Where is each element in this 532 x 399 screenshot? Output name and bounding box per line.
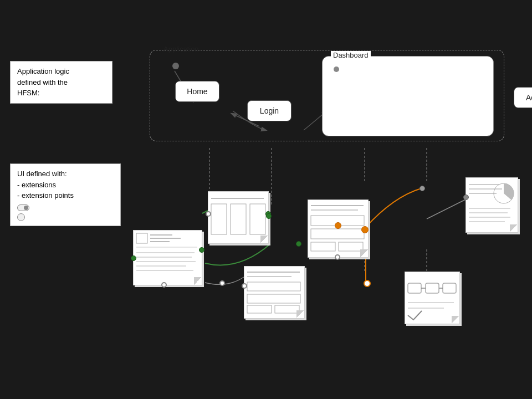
svg-rect-42 (408, 283, 421, 293)
svg-rect-25 (311, 229, 364, 239)
login-conn-orange (335, 222, 341, 229)
svg-rect-33 (275, 305, 299, 313)
app-start-dot (172, 63, 179, 69)
info-hfsm-text: Application logicdefined with theHFSM: (17, 67, 69, 97)
dashboard-container: Dashboard Actions Reports (322, 56, 494, 136)
svg-rect-19 (211, 204, 227, 234)
svg-rect-32 (247, 305, 272, 313)
actions-flow-doc (405, 272, 460, 324)
svg-rect-8 (136, 233, 147, 243)
login-conn-bottom (335, 254, 340, 260)
state-actions[interactable]: Actions (514, 87, 532, 108)
svg-rect-43 (426, 283, 439, 293)
home-wf-conn-bottom (161, 282, 167, 288)
home-wireframe (133, 230, 202, 285)
state-login[interactable]: Login (247, 100, 291, 121)
svg-rect-30 (247, 282, 300, 291)
home-wf-conn-left (131, 255, 136, 261)
conn-green-mid (266, 213, 272, 219)
state-home[interactable]: Home (175, 81, 219, 102)
reports-doc (466, 177, 518, 233)
actions-conn-orange (361, 226, 369, 233)
actions-conn-orange2 (364, 280, 371, 287)
info-box-ui: UI defined with:- extensions- extension … (10, 163, 121, 226)
conn-white-loginarea (219, 280, 225, 286)
info-box-hfsm: Application logicdefined with theHFSM: (10, 61, 112, 104)
svg-rect-31 (247, 294, 300, 303)
extension-point-icon (17, 213, 25, 221)
svg-rect-27 (339, 242, 363, 251)
hfsm-diagram: Application Home Login Dashboard Actions (150, 50, 515, 147)
conn-green-bottom (296, 241, 301, 247)
svg-rect-20 (231, 204, 246, 234)
application-label: Application (161, 45, 201, 53)
home-wf-conn-right (199, 247, 204, 253)
reports-doc-conn (463, 195, 469, 200)
login-sub-conn-left (242, 283, 247, 289)
home-ui-conn-left (206, 211, 211, 217)
dashboard-label: Dashboard (331, 51, 371, 59)
reports-conn-gray (420, 186, 425, 191)
application-container: Application Home Login Dashboard Actions (150, 50, 504, 141)
svg-rect-44 (443, 283, 456, 293)
svg-rect-26 (311, 242, 335, 251)
login-wireframe (308, 200, 369, 258)
svg-rect-21 (250, 204, 265, 234)
info-ui-text: UI defined with:- extensions- extension … (17, 170, 74, 200)
extension-icon (17, 204, 29, 211)
login-sub-wireframe (244, 266, 305, 319)
dashboard-start-dot (334, 66, 339, 72)
svg-line-6 (427, 200, 466, 219)
home-ui-wireframe (208, 191, 269, 244)
